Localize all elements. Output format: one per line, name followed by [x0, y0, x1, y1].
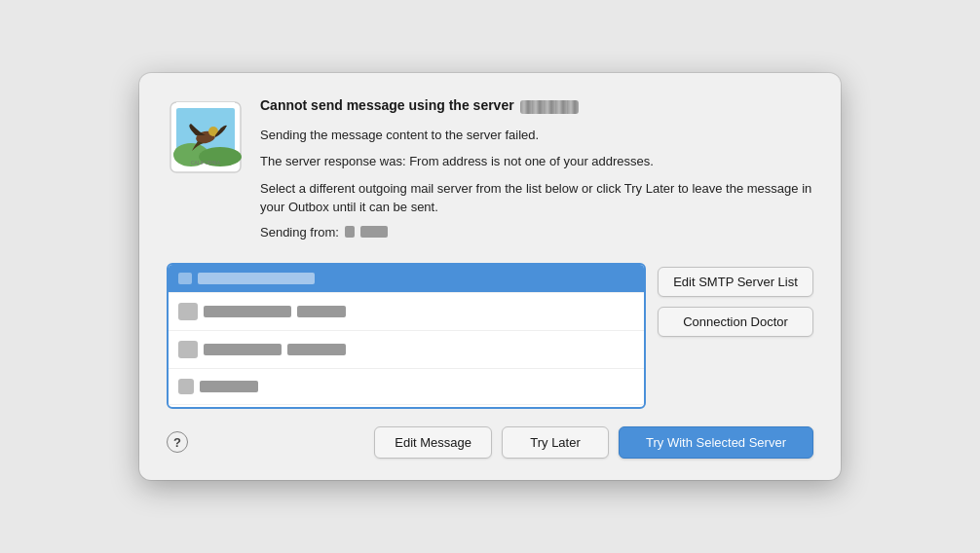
try-with-selected-server-button[interactable]: Try With Selected Server	[619, 426, 813, 459]
try-later-button[interactable]: Try Later	[502, 426, 609, 459]
side-buttons-panel: Edit SMTP Server List Connection Doctor	[658, 263, 813, 409]
server-list-items	[169, 265, 644, 405]
edit-smtp-button[interactable]: Edit SMTP Server List	[658, 267, 813, 297]
edit-message-button[interactable]: Edit Message	[374, 426, 492, 459]
list-item[interactable]	[169, 293, 644, 331]
item-label-blur2	[287, 344, 346, 355]
item-color-icon	[178, 341, 198, 358]
mail-app-icon: CALIFORNIA	[167, 98, 245, 176]
list-item[interactable]	[169, 331, 644, 369]
sender-name-blur	[360, 226, 388, 238]
item-label-blur	[200, 381, 258, 392]
item-label-blur	[204, 344, 282, 355]
title-text: Cannot send message using the server	[260, 97, 514, 113]
header-text-block: Cannot send message using the server Sen…	[260, 96, 813, 249]
smtp-server-list[interactable]	[167, 263, 646, 409]
cannot-send-dialog: CALIFORNIA Cannot send message using the…	[139, 73, 841, 480]
item-label-blur	[198, 273, 315, 284]
dialog-footer: ? Edit Message Try Later Try With Select…	[167, 426, 813, 459]
sender-icon-blur	[345, 226, 355, 238]
server-name-blur	[520, 100, 579, 114]
svg-rect-1	[176, 102, 235, 106]
connection-doctor-button[interactable]: Connection Doctor	[658, 307, 813, 337]
list-item[interactable]	[169, 265, 644, 293]
item-label-blur	[204, 306, 291, 317]
svg-text:CALIFORNIA: CALIFORNIA	[191, 160, 221, 166]
description-2: The server response was: From address is…	[260, 152, 813, 171]
item-color-icon	[178, 303, 198, 320]
content-area: Edit SMTP Server List Connection Doctor	[167, 263, 813, 409]
sending-from-row: Sending from:	[260, 225, 813, 240]
sending-from-label: Sending from:	[260, 225, 339, 240]
dialog-header: CALIFORNIA Cannot send message using the…	[167, 96, 813, 249]
item-icon-blur	[178, 273, 192, 284]
help-button[interactable]: ?	[167, 431, 188, 453]
description-1: Sending the message content to the serve…	[260, 126, 813, 145]
item-color-icon	[178, 379, 194, 394]
list-item[interactable]	[169, 369, 644, 405]
dialog-title: Cannot send message using the server	[260, 96, 813, 116]
item-label-blur2	[297, 306, 346, 317]
description-3: Select a different outgoing mail server …	[260, 179, 813, 217]
